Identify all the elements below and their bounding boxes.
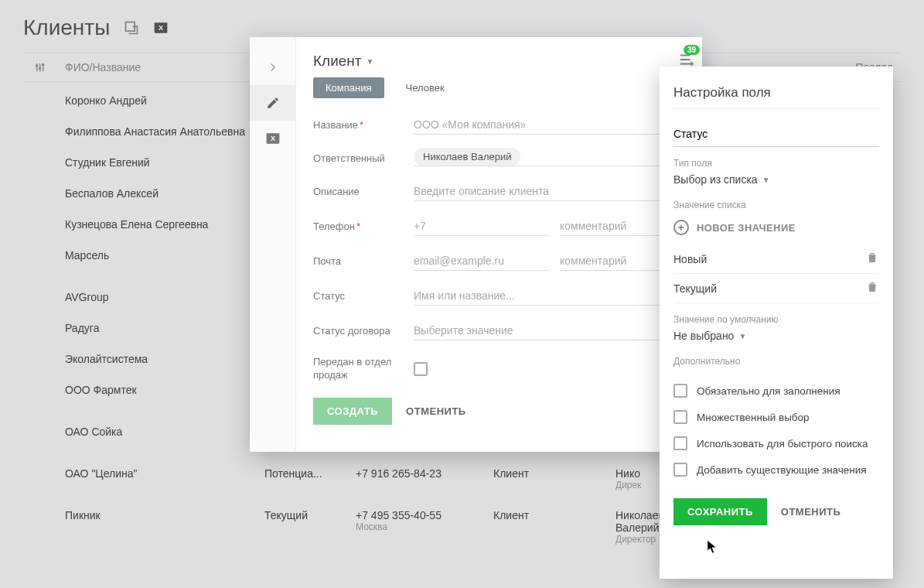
trash-icon[interactable] xyxy=(865,280,879,296)
caret-down-icon: ▼ xyxy=(762,176,770,184)
create-button[interactable]: СОЗДАТЬ xyxy=(313,398,392,425)
option-row[interactable]: Использовать для быстрого поиска xyxy=(673,430,879,456)
option-row[interactable]: Обязательно для заполнения xyxy=(673,378,879,404)
dialog-title-dropdown[interactable]: Клиент ▼ xyxy=(313,53,373,70)
save-button[interactable]: СОХРАНИТЬ xyxy=(673,498,767,525)
checkbox[interactable] xyxy=(673,463,687,477)
trash-icon[interactable] xyxy=(865,251,879,267)
field-settings-panel: Настройка поля Тип поля Выбор из списка … xyxy=(660,67,893,579)
field-count-badge: 39 xyxy=(684,45,700,55)
list-value-row[interactable]: Текущий xyxy=(673,274,879,303)
add-value-button[interactable]: + НОВОЕ ЗНАЧЕНИЕ xyxy=(673,220,879,235)
contract-label: Статус договора xyxy=(313,325,414,337)
name-input[interactable] xyxy=(414,115,695,135)
option-row[interactable]: Добавить существующие значения xyxy=(673,456,879,483)
panel-title: Настройка поля xyxy=(673,85,879,109)
checkbox[interactable] xyxy=(673,410,687,424)
default-value-text: Не выбрано xyxy=(673,330,734,342)
description-label: Описание xyxy=(313,186,414,197)
sales-label: Передан в отдел продаж xyxy=(313,356,414,382)
plus-icon: + xyxy=(673,220,689,235)
dialog-sidebar: X xyxy=(250,37,296,452)
chevron-right-icon[interactable] xyxy=(250,50,296,85)
cancel-button[interactable]: ОТМЕНИТЬ xyxy=(406,405,466,417)
client-dialog: X Клиент ▼ 39 Компания Человек Название*… xyxy=(250,37,702,452)
svg-text:X: X xyxy=(270,135,275,142)
field-name-input[interactable] xyxy=(673,123,879,147)
status-label: Статус xyxy=(313,290,414,302)
dialog-body: Клиент ▼ 39 Компания Человек Название* О… xyxy=(296,37,712,452)
email-input[interactable] xyxy=(414,251,549,271)
phone-label: Телефон* xyxy=(313,220,414,232)
list-values-label: Значение списка xyxy=(673,200,879,210)
client-type-tabs: Компания Человек xyxy=(313,77,695,98)
responsible-field[interactable]: Николаев Валерий xyxy=(414,150,695,166)
tab-person[interactable]: Человек xyxy=(394,77,457,98)
contract-select[interactable] xyxy=(414,321,695,340)
responsible-label: Ответственный xyxy=(313,152,414,164)
default-value-label: Значение по умолчанию xyxy=(673,314,879,325)
default-value-select[interactable]: Не выбрано ▼ xyxy=(673,330,879,342)
excel-export-icon[interactable]: X xyxy=(250,121,296,156)
field-type-value: Выбор из списка xyxy=(673,173,758,186)
field-type-select[interactable]: Выбор из списка ▼ xyxy=(673,173,879,186)
option-row[interactable]: Множественный выбор xyxy=(673,404,879,430)
add-value-label: НОВОЕ ЗНАЧЕНИЕ xyxy=(697,222,796,234)
responsible-chip[interactable]: Николаев Валерий xyxy=(414,148,520,166)
dialog-title: Клиент xyxy=(313,53,362,70)
status-input[interactable] xyxy=(414,286,695,306)
name-label: Название* xyxy=(313,119,414,131)
caret-down-icon: ▼ xyxy=(738,332,746,340)
panel-cancel-button[interactable]: ОТМЕНИТЬ xyxy=(781,506,841,518)
list-value-row[interactable]: Новый xyxy=(673,244,879,274)
checkbox[interactable] xyxy=(673,436,687,450)
sales-checkbox[interactable] xyxy=(414,362,428,376)
description-input[interactable] xyxy=(414,182,695,201)
email-label: Почта xyxy=(313,255,414,267)
field-type-label: Тип поля xyxy=(673,158,879,169)
pencil-icon[interactable] xyxy=(250,85,296,121)
tab-company[interactable]: Компания xyxy=(313,77,384,98)
caret-down-icon: ▼ xyxy=(367,57,374,66)
extra-label: Дополнительно xyxy=(673,356,879,367)
checkbox[interactable] xyxy=(673,384,687,398)
phone-input[interactable] xyxy=(414,217,549,236)
